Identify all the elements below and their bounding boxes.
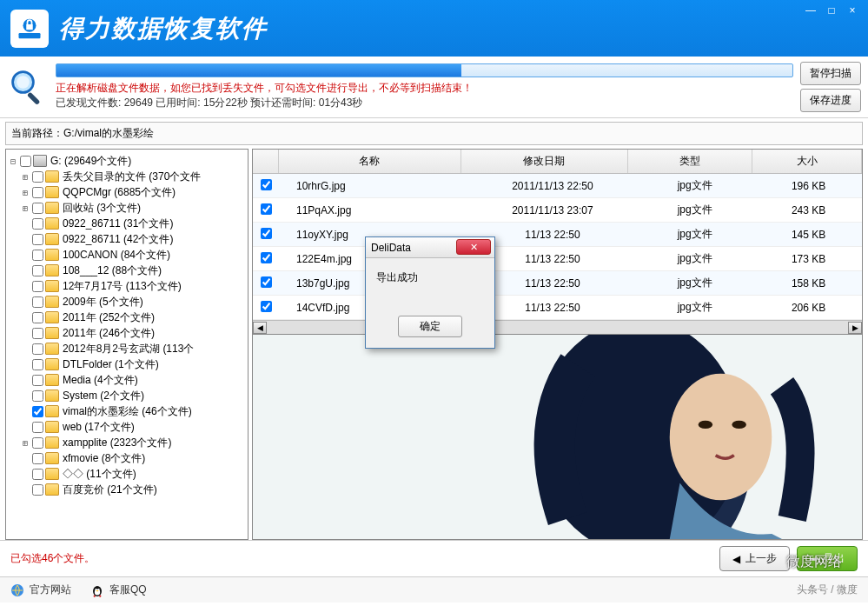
tree-checkbox[interactable] (32, 171, 43, 183)
prev-step-button[interactable]: ◀上一步 (719, 546, 790, 571)
row-checkbox[interactable] (261, 252, 272, 263)
tree-root-label[interactable]: G: (29649个文件) (50, 154, 131, 169)
cell-name: 11PqAX.jpg (279, 203, 471, 218)
app-title: 得力数据恢复软件 (59, 12, 268, 45)
row-checkbox[interactable] (261, 228, 272, 239)
maximize-button[interactable]: □ (823, 3, 840, 17)
dialog-ok-button[interactable]: 确定 (398, 316, 462, 337)
tree-checkbox[interactable] (32, 187, 43, 198)
qq-support-link[interactable]: 客服QQ (109, 583, 147, 597)
cell-name: 10rhrG.jpg (279, 178, 471, 194)
tree-checkbox[interactable] (32, 375, 43, 386)
row-checkbox[interactable] (261, 203, 272, 215)
row-checkbox[interactable] (261, 179, 272, 190)
table-row[interactable]: 14CVfD.jpg11/13 22:50jpg文件206 KB (253, 296, 862, 320)
tree-checkbox[interactable] (20, 156, 31, 167)
official-site-link[interactable]: 官方网站 (30, 583, 71, 597)
tree-checkbox[interactable] (32, 469, 43, 480)
table-row[interactable]: 11oyXY.jpg11/13 22:50jpg文件145 KB (253, 223, 862, 247)
tree-item-label[interactable]: 2011年 (246个文件) (63, 326, 155, 341)
tree-item-label[interactable]: 108___12 (88个文件) (63, 263, 162, 278)
folder-icon (45, 421, 59, 433)
col-date[interactable]: 修改日期 (461, 150, 629, 173)
path-value: G:/vimal的水墨彩绘 (63, 127, 154, 139)
tree-checkbox[interactable] (32, 406, 43, 417)
pause-scan-button[interactable]: 暂停扫描 (800, 62, 861, 85)
tree-item-label[interactable]: 100CANON (84个文件) (63, 248, 170, 263)
col-name[interactable]: 名称 (279, 150, 461, 173)
cell-date: 2011/11/13 22:50 (471, 178, 634, 194)
cell-size: 158 KB (755, 276, 862, 291)
tree-checkbox[interactable] (32, 250, 43, 261)
tree-checkbox[interactable] (32, 312, 43, 323)
tree-checkbox[interactable] (32, 343, 43, 355)
tree-item-label[interactable]: xampplite (2323个文件) (63, 436, 171, 450)
scroll-left-icon[interactable]: ◀ (253, 322, 267, 334)
tree-item-label[interactable]: QQPCMgr (6885个文件) (63, 185, 176, 200)
tree-item-label[interactable]: 回收站 (3个文件) (63, 201, 141, 216)
horizontal-scrollbar[interactable]: ◀ ▶ (253, 320, 862, 334)
table-row[interactable]: 13b7gU.jpg11/13 22:50jpg文件158 KB (253, 271, 862, 296)
folder-icon (45, 170, 59, 183)
tree-checkbox[interactable] (32, 328, 43, 339)
tree-expand-icon[interactable]: ⊞ (20, 188, 30, 197)
file-grid[interactable]: 10rhrG.jpg2011/11/13 22:50jpg文件196 KB11P… (253, 174, 862, 320)
tree-checkbox[interactable] (32, 484, 43, 496)
tree-item-label[interactable]: 百度竞价 (21个文件) (63, 483, 157, 497)
folder-tree[interactable]: ⊟G: (29649个文件) ⊞丢失父目录的文件 (370个文件⊞QQPCMgr… (5, 149, 248, 540)
tree-item-label[interactable]: 0922_86711 (42个文件) (63, 232, 173, 247)
tree-checkbox[interactable] (32, 281, 43, 292)
tree-item-label[interactable]: web (17个文件) (63, 420, 135, 435)
row-checkbox[interactable] (261, 301, 272, 312)
export-icon: ➦ (810, 553, 818, 565)
tree-collapse-icon[interactable]: ⊟ (8, 156, 18, 166)
dialog-close-button[interactable]: ✕ (456, 239, 491, 255)
tree-expand-icon[interactable]: ⊞ (20, 172, 30, 182)
export-button[interactable]: ➦导出 (797, 546, 858, 571)
tree-item-label[interactable]: 2011年 (252个文件) (63, 310, 155, 325)
tree-item-label[interactable]: DTLFolder (1个文件) (63, 357, 159, 372)
tree-checkbox[interactable] (32, 234, 43, 245)
save-progress-button[interactable]: 保存进度 (800, 89, 861, 112)
table-row[interactable]: 10rhrG.jpg2011/11/13 22:50jpg文件196 KB (253, 174, 862, 198)
title-bar: 得力数据恢复软件 — □ × (0, 0, 868, 57)
folder-icon (45, 327, 59, 339)
tree-checkbox[interactable] (32, 203, 43, 214)
minimize-button[interactable]: — (802, 3, 819, 17)
tree-expand-icon[interactable]: ⊞ (20, 438, 30, 448)
tree-checkbox[interactable] (32, 296, 43, 308)
path-label: 当前路径： (11, 127, 63, 139)
tree-item-label[interactable]: 12年7月17号 (113个文件) (63, 279, 182, 294)
folder-icon (45, 249, 59, 261)
magnifier-icon (7, 66, 49, 108)
tree-item-label[interactable]: vimal的水墨彩绘 (46个文件) (63, 404, 192, 419)
table-row[interactable]: 122E4m.jpg11/13 22:50jpg文件173 KB (253, 247, 862, 271)
tree-checkbox[interactable] (32, 422, 43, 433)
table-row[interactable]: 11PqAX.jpg2011/11/13 23:07jpg文件243 KB (253, 198, 862, 223)
tree-item-label[interactable]: 2012年8月2号玄武湖 (113个 (63, 342, 194, 356)
tree-item-label[interactable]: 2009年 (5个文件) (63, 295, 143, 310)
tree-checkbox[interactable] (32, 218, 43, 230)
tree-item-label[interactable]: xfmovie (8个文件) (63, 451, 145, 466)
tree-item-label[interactable]: ◇◇ (11个文件) (63, 467, 136, 482)
cell-size: 206 KB (755, 300, 862, 316)
cell-type: jpg文件 (634, 250, 755, 268)
cell-date: 2011/11/13 23:07 (471, 203, 634, 218)
tree-item-label[interactable]: System (2个文件) (63, 389, 144, 403)
col-type[interactable]: 类型 (628, 150, 752, 173)
tree-item-label[interactable]: Media (4个文件) (63, 373, 138, 388)
tree-checkbox[interactable] (32, 453, 43, 464)
scan-stats: 已发现文件数: 29649 已用时间: 15分22秒 预计还需时间: 01分43… (56, 96, 793, 110)
tree-item-label[interactable]: 丢失父目录的文件 (370个文件 (63, 170, 201, 184)
close-button[interactable]: × (844, 3, 861, 17)
tree-checkbox[interactable] (32, 390, 43, 402)
cell-size: 196 KB (755, 178, 862, 194)
tree-expand-icon[interactable]: ⊞ (20, 203, 30, 213)
tree-checkbox[interactable] (32, 359, 43, 370)
tree-checkbox[interactable] (32, 265, 43, 276)
col-size[interactable]: 大小 (752, 150, 862, 173)
scroll-right-icon[interactable]: ▶ (848, 322, 862, 334)
tree-item-label[interactable]: 0922_86711 (31个文件) (63, 216, 173, 231)
row-checkbox[interactable] (261, 276, 272, 288)
tree-checkbox[interactable] (32, 437, 43, 449)
